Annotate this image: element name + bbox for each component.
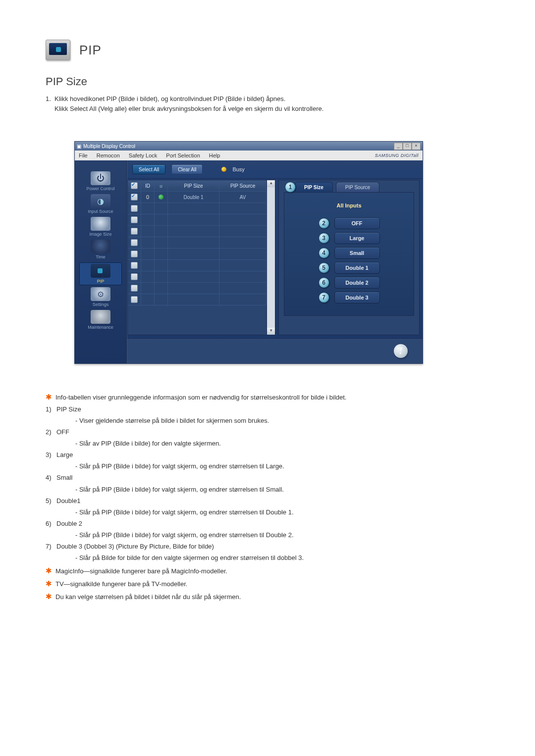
table-row[interactable] [128,226,267,237]
app-window-title: Multiple Display Control [83,144,135,149]
tab-pip-source[interactable]: PIP Source [336,182,379,192]
notes-block: ✱Info-tabellen viser grunnleggende infor… [46,391,510,602]
col-id: ID [141,180,155,191]
row-checkbox[interactable] [131,262,138,269]
table-row[interactable]: 0 Double 1 AV [128,192,267,203]
grid-header: ID ☼ PIP Size PIP Source [128,180,267,192]
col-signal-icon: ☼ [155,180,168,191]
select-all-button[interactable]: Select All [132,164,165,174]
app-menubar: File Remocon Safety Lock Port Selection … [75,151,423,160]
row-id: 0 [141,192,155,202]
table-row[interactable] [128,271,267,283]
table-row[interactable] [128,294,267,305]
callout-badge-7: 7 [319,292,329,303]
table-row[interactable] [128,203,267,214]
note-sub: - Slår på PIP (Bilde i bilde) for valgt … [75,507,510,517]
table-row[interactable] [128,214,267,226]
star-icon: ✱ [46,578,55,589]
table-row[interactable] [128,283,267,294]
sidebar-item-image[interactable]: Image Size [80,217,121,238]
intro-block: 1.Klikk hovedikonet PIP (Bilde i bildet)… [46,94,510,114]
row-checkbox[interactable] [131,216,138,223]
sidebar-item-time[interactable]: Time [80,240,121,260]
note-sub: - Viser gjeldende størrelse på bilde i b… [75,416,510,426]
section-title: PIP Size [46,75,510,88]
menu-file[interactable]: File [79,152,88,158]
note-sub: - Slår på PIP (Bilde i bilde) for valgt … [75,485,510,495]
star-icon: ✱ [46,565,55,576]
busy-label: Busy [232,166,244,172]
info-icon[interactable]: ! [394,344,408,358]
option-large[interactable]: Large [334,232,380,244]
star-icon: ✱ [46,391,55,403]
sidebar-item-pip[interactable]: PIP [79,262,122,285]
header-checkbox[interactable] [131,182,138,189]
menu-safety-lock[interactable]: Safety Lock [129,152,157,158]
sidebar-item-input[interactable]: Input Source [80,194,121,215]
option-double2[interactable]: Double 2 [334,277,380,289]
option-double3[interactable]: Double 3 [334,292,380,303]
row-checkbox[interactable] [131,228,138,235]
panel-header: All Inputs [291,202,407,208]
clear-all-button[interactable]: Clear All [171,164,203,174]
status-bar: ! [127,338,423,363]
note-title: Small [56,474,73,481]
note-tv: TV—signalkilde fungerer bare på TV-model… [55,580,187,588]
note-info: Info-tabellen viser grunnleggende inform… [55,394,346,401]
note-sub: - Slår på PIP (Bilde i bilde) for valgt … [75,461,510,471]
busy-indicator-icon [221,167,226,172]
row-checkbox[interactable] [131,296,138,303]
row-checkbox[interactable] [131,273,138,280]
note-sub: - Slår på Bilde for bilde for den valgte… [75,553,510,563]
row-checkbox[interactable] [131,194,138,201]
window-buttons: _ □ × [394,143,421,150]
sidebar-item-power[interactable]: Power Control [80,171,121,192]
app-titlebar: ▣ Multiple Display Control _ □ × [75,142,423,151]
sidebar: Power Control Input Source Image Size Ti… [75,160,127,363]
sidebar-item-maintenance[interactable]: Maintenance [80,310,121,331]
grid-scrollbar[interactable]: ▴ ▾ [267,180,275,335]
option-small[interactable]: Small [334,247,380,259]
menu-remocon[interactable]: Remocon [97,152,120,158]
app-screenshot: ▣ Multiple Display Control _ □ × File Re… [74,141,423,364]
note-sub: - Slår på PIP (Bilde i bilde) for valgt … [75,530,510,540]
note-title: Double 3 (Dobbel 3) (Picture By Picture,… [56,543,214,550]
col-pip-size: PIP Size [168,180,219,191]
scroll-down-icon[interactable]: ▾ [267,328,275,335]
brand-label: SAMSUNG DIGITall [375,153,419,158]
signal-ok-icon [159,195,163,200]
page-header: PIP [46,40,510,60]
row-checkbox[interactable] [131,239,138,246]
row-size: Double 1 [168,192,219,202]
star-icon: ✱ [46,591,55,602]
note-title: PIP Size [56,405,81,413]
app-window-icon: ▣ [77,144,81,149]
intro-line-1: Klikk hovedikonet PIP (Bilde i bildet), … [54,95,285,102]
table-row[interactable] [128,249,267,260]
maximize-button[interactable]: □ [403,143,412,150]
note-magicinfo: MagicInfo—signalkilde fungerer bare på M… [55,567,227,575]
row-checkbox[interactable] [131,205,138,212]
note-title: Double 2 [56,520,82,527]
pip-panel: 1 PIP Size PIP Source All Inputs 2OFF 3L… [278,180,420,335]
toolbar: Select All Clear All Busy [127,160,423,179]
menu-help[interactable]: Help [209,152,220,158]
option-off[interactable]: OFF [334,217,380,229]
display-grid: ID ☼ PIP Size PIP Source 0 Double 1 AV [127,180,267,335]
table-row[interactable] [128,260,267,271]
minimize-button[interactable]: _ [394,143,403,150]
row-checkbox[interactable] [131,251,138,257]
callout-badge-5: 5 [319,262,329,273]
option-double1[interactable]: Double 1 [334,262,380,274]
scroll-up-icon[interactable]: ▴ [267,180,275,187]
menu-port-selection[interactable]: Port Selection [166,152,200,158]
callout-badge-6: 6 [319,277,329,288]
note-sub: - Slår av PIP (Bilde i bilde) for den va… [75,439,510,449]
row-checkbox[interactable] [131,285,138,292]
close-button[interactable]: × [412,143,421,150]
sidebar-item-settings[interactable]: Settings [80,287,121,308]
note-title: Double1 [56,497,80,504]
callout-badge-2: 2 [319,218,329,229]
table-row[interactable] [128,237,267,249]
tab-pip-size[interactable]: PIP Size [295,182,333,192]
